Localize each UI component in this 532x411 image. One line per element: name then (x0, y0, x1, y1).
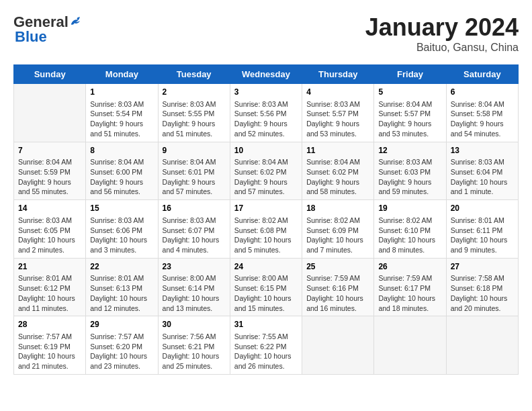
day-info: Sunrise: 7:57 AMSunset: 6:19 PMDaylight:… (18, 332, 81, 371)
day-number: 29 (90, 319, 153, 330)
day-info: Sunrise: 7:59 AMSunset: 6:16 PMDaylight:… (306, 273, 369, 313)
day-info: Sunrise: 7:57 AMSunset: 6:20 PMDaylight:… (90, 332, 153, 371)
sunset-text: Sunset: 6:11 PM (451, 226, 514, 236)
daylight-text-line2: and 54 minutes. (451, 129, 514, 139)
day-number: 10 (234, 145, 298, 156)
daylight-text-line2: and 56 minutes. (90, 187, 153, 197)
weekday-header-wednesday: Wednesday (230, 65, 302, 84)
day-info: Sunrise: 8:04 AMSunset: 6:02 PMDaylight:… (234, 157, 298, 197)
daylight-text-line2: and 9 minutes. (451, 245, 514, 255)
daylight-text-line2: and 23 minutes. (90, 361, 153, 371)
sunset-text: Sunset: 6:17 PM (378, 283, 441, 293)
sunset-text: Sunset: 6:04 PM (451, 167, 514, 177)
daylight-text-line2: and 5 minutes. (234, 245, 298, 255)
sunset-text: Sunset: 6:10 PM (378, 226, 441, 236)
calendar-cell: 12Sunrise: 8:03 AMSunset: 6:03 PMDayligh… (374, 142, 446, 200)
calendar-cell: 4Sunrise: 8:03 AMSunset: 5:57 PMDaylight… (302, 84, 374, 142)
sunrise-text: Sunrise: 8:03 AM (378, 157, 441, 167)
daylight-text-line1: Daylight: 9 hours (18, 177, 81, 187)
sunset-text: Sunset: 5:56 PM (234, 109, 298, 119)
daylight-text-line1: Daylight: 9 hours (451, 119, 514, 129)
daylight-text-line1: Daylight: 9 hours (90, 177, 153, 187)
sunset-text: Sunset: 6:08 PM (234, 226, 298, 236)
day-info: Sunrise: 8:04 AMSunset: 5:57 PMDaylight:… (378, 99, 441, 139)
sunset-text: Sunset: 6:14 PM (163, 283, 226, 293)
daylight-text-line1: Daylight: 10 hours (90, 235, 153, 245)
calendar-cell: 10Sunrise: 8:04 AMSunset: 6:02 PMDayligh… (230, 142, 302, 200)
sunset-text: Sunset: 6:03 PM (378, 167, 441, 177)
day-info: Sunrise: 8:03 AMSunset: 6:06 PMDaylight:… (90, 216, 153, 255)
page-title: January 2024 (365, 13, 519, 42)
sunset-text: Sunset: 6:21 PM (163, 342, 226, 352)
sunrise-text: Sunrise: 8:00 AM (163, 273, 226, 283)
calendar-cell: 15Sunrise: 8:03 AMSunset: 6:06 PMDayligh… (86, 200, 158, 259)
daylight-text-line2: and 53 minutes. (378, 129, 441, 139)
calendar-cell: 29Sunrise: 7:57 AMSunset: 6:20 PMDayligh… (86, 316, 158, 375)
weekday-header-tuesday: Tuesday (158, 65, 230, 84)
sunset-text: Sunset: 6:16 PM (306, 283, 369, 293)
daylight-text-line2: and 26 minutes. (234, 361, 298, 371)
day-number: 18 (306, 203, 369, 214)
daylight-text-line1: Daylight: 9 hours (378, 177, 441, 187)
daylight-text-line1: Daylight: 10 hours (378, 293, 441, 304)
sunrise-text: Sunrise: 8:03 AM (163, 99, 226, 109)
daylight-text-line2: and 51 minutes. (163, 129, 226, 139)
daylight-text-line1: Daylight: 10 hours (18, 235, 81, 245)
daylight-text-line2: and 12 minutes. (90, 304, 153, 314)
sunset-text: Sunset: 5:57 PM (306, 109, 369, 119)
daylight-text-line2: and 18 minutes. (378, 304, 441, 314)
daylight-text-line1: Daylight: 10 hours (234, 351, 298, 361)
day-number: 27 (451, 261, 514, 273)
daylight-text-line1: Daylight: 10 hours (451, 177, 514, 187)
daylight-text-line2: and 13 minutes. (163, 304, 226, 314)
sunrise-text: Sunrise: 8:03 AM (306, 99, 369, 109)
sunrise-text: Sunrise: 8:04 AM (163, 157, 226, 167)
logo-bird-icon (70, 16, 83, 27)
calendar-week-3: 14Sunrise: 8:03 AMSunset: 6:05 PMDayligh… (14, 200, 519, 259)
day-info: Sunrise: 8:03 AMSunset: 5:56 PMDaylight:… (234, 99, 298, 139)
day-info: Sunrise: 8:03 AMSunset: 6:03 PMDaylight:… (378, 157, 441, 197)
weekday-header-row: SundayMondayTuesdayWednesdayThursdayFrid… (14, 65, 519, 84)
daylight-text-line2: and 57 minutes. (234, 187, 298, 197)
sunset-text: Sunset: 5:57 PM (378, 109, 441, 119)
sunrise-text: Sunrise: 7:55 AM (234, 332, 298, 342)
daylight-text-line1: Daylight: 9 hours (234, 177, 298, 187)
day-number: 1 (90, 87, 153, 98)
sunrise-text: Sunrise: 8:02 AM (378, 216, 441, 226)
daylight-text-line1: Daylight: 10 hours (306, 235, 369, 245)
day-number: 3 (234, 87, 298, 98)
daylight-text-line1: Daylight: 9 hours (306, 119, 369, 129)
daylight-text-line1: Daylight: 10 hours (451, 293, 514, 304)
sunrise-text: Sunrise: 7:57 AM (18, 332, 81, 342)
day-info: Sunrise: 8:04 AMSunset: 6:02 PMDaylight:… (306, 157, 369, 197)
day-number: 2 (163, 87, 226, 98)
day-number: 14 (18, 203, 81, 214)
calendar-cell (302, 316, 374, 375)
calendar-week-2: 7Sunrise: 8:04 AMSunset: 5:59 PMDaylight… (14, 142, 519, 200)
daylight-text-line1: Daylight: 10 hours (234, 293, 298, 304)
daylight-text-line1: Daylight: 10 hours (18, 293, 81, 304)
daylight-text-line2: and 15 minutes. (234, 304, 298, 314)
day-info: Sunrise: 8:03 AMSunset: 5:54 PMDaylight:… (90, 99, 153, 139)
sunrise-text: Sunrise: 8:04 AM (378, 99, 441, 109)
daylight-text-line1: Daylight: 9 hours (234, 119, 298, 129)
page-subtitle: Baituo, Gansu, China (365, 42, 519, 54)
sunset-text: Sunset: 6:06 PM (90, 226, 153, 236)
calendar-cell (446, 316, 518, 375)
sunset-text: Sunset: 6:02 PM (234, 167, 298, 177)
sunset-text: Sunset: 6:07 PM (163, 226, 226, 236)
daylight-text-line1: Daylight: 10 hours (18, 351, 81, 361)
calendar-cell: 3Sunrise: 8:03 AMSunset: 5:56 PMDaylight… (230, 84, 302, 142)
day-number: 15 (90, 203, 153, 214)
sunset-text: Sunset: 6:13 PM (90, 283, 153, 293)
calendar-cell: 28Sunrise: 7:57 AMSunset: 6:19 PMDayligh… (14, 316, 86, 375)
daylight-text-line2: and 20 minutes. (451, 304, 514, 314)
sunrise-text: Sunrise: 8:04 AM (90, 157, 153, 167)
sunrise-text: Sunrise: 8:02 AM (306, 216, 369, 226)
weekday-header-thursday: Thursday (302, 65, 374, 84)
day-number: 5 (378, 87, 441, 98)
weekday-header-sunday: Sunday (14, 65, 86, 84)
sunrise-text: Sunrise: 7:57 AM (90, 332, 153, 342)
day-number: 7 (18, 145, 81, 156)
day-number: 23 (163, 261, 226, 273)
